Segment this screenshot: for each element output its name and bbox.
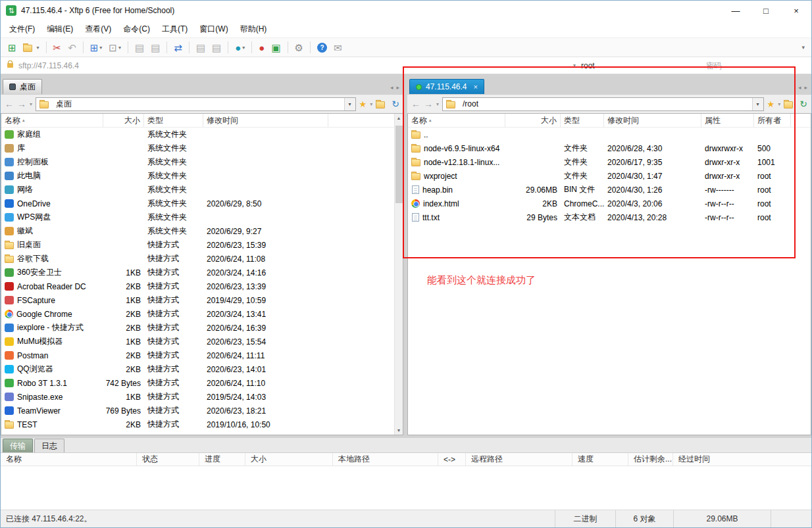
menu-v[interactable]: 查看(V) — [79, 22, 117, 36]
file-row[interactable]: Snipaste.exe1KB快捷方式2019/5/24, 14:03 — [1, 390, 403, 404]
column-header-attr[interactable]: 属性 — [701, 114, 754, 127]
copy-doc-button[interactable]: ▤ — [132, 39, 147, 55]
password-field[interactable] — [706, 61, 805, 70]
remote-path-combo[interactable]: /root ▾ — [442, 97, 764, 111]
tab-scroll-left-icon[interactable]: ◂ — [798, 84, 801, 91]
close-button[interactable]: × — [781, 1, 811, 20]
address-input[interactable] — [18, 61, 568, 70]
transfer-column-5[interactable]: <-> — [438, 453, 466, 466]
home-folder-icon[interactable] — [376, 101, 385, 108]
favorites-caret-icon[interactable]: ▾ — [370, 101, 372, 107]
menu-w[interactable]: 窗口(W) — [193, 22, 234, 36]
feedback-button[interactable]: ✉ — [331, 39, 345, 55]
transfer-column-9[interactable]: 经过时间 — [673, 453, 811, 466]
refresh-icon[interactable]: ↻ — [392, 99, 399, 108]
file-row[interactable]: node-v6.9.5-linux-x64文件夹2020/6/28, 4:30d… — [408, 141, 811, 155]
help-button[interactable]: ? — [315, 39, 330, 55]
toolbar-overflow-icon[interactable]: ▾ — [801, 44, 807, 51]
file-row[interactable]: MuMu模拟器1KB快捷方式2020/6/23, 15:54 — [1, 335, 403, 348]
file-row[interactable]: wxproject文件夹2020/4/30, 1:47drwxr-xr-xroo… — [408, 169, 811, 183]
file-row[interactable]: iexplore - 快捷方式2KB快捷方式2020/6/24, 16:39 — [1, 321, 403, 335]
compare-right-button[interactable]: ▤ — [209, 39, 224, 55]
column-header-type[interactable]: 类型 — [144, 114, 203, 127]
file-row[interactable]: 网络系统文件夹 — [1, 183, 403, 197]
combo-caret-icon[interactable]: ▾ — [752, 98, 763, 110]
transfer-column-7[interactable]: 速度 — [572, 453, 628, 466]
open-session-button[interactable]: ▾ — [20, 39, 42, 55]
transfer-column-8[interactable]: 估计剩余... — [628, 453, 673, 466]
scrollbar-thumb[interactable] — [395, 126, 403, 203]
tab-scroll-left-icon[interactable]: ◂ — [390, 84, 393, 91]
favorites-caret-icon[interactable]: ▾ — [778, 101, 780, 107]
file-row[interactable]: TEST2KB快捷方式2019/10/16, 10:50 — [1, 418, 403, 431]
favorites-icon[interactable]: ★ — [767, 99, 775, 109]
menu-e[interactable]: 编辑(E) — [41, 22, 79, 36]
column-header-owner[interactable]: 所有者 — [754, 114, 791, 127]
maximize-button[interactable]: □ — [751, 1, 781, 20]
address-caret-icon[interactable]: ▾ — [573, 62, 576, 68]
menu-f[interactable]: 文件(F) — [3, 22, 41, 36]
file-row[interactable]: QQ浏览器2KB快捷方式2020/6/23, 14:01 — [1, 362, 403, 376]
file-row[interactable]: Robo 3T 1.3.1742 Bytes快捷方式2020/6/24, 11:… — [1, 376, 403, 390]
tab-scroll-right-icon[interactable]: ▸ — [396, 84, 399, 91]
tab-scroll-right-icon[interactable]: ▸ — [804, 84, 807, 91]
column-header-name[interactable]: 名称▴ — [1, 114, 103, 127]
tab-transfer[interactable]: 传输 — [3, 439, 33, 452]
settings-button[interactable]: ⚙ — [292, 39, 306, 55]
file-row[interactable]: 徽斌系统文件夹2020/6/29, 9:27 — [1, 224, 403, 238]
file-row[interactable]: 控制面板系统文件夹 — [1, 155, 403, 169]
forward-icon[interactable]: → — [424, 99, 433, 108]
remote-tab-session[interactable]: 47.115.46.4 × — [409, 79, 484, 94]
undo-button[interactable]: ↶ — [65, 39, 79, 55]
transfer-column-2[interactable]: 进度 — [199, 453, 245, 466]
minimize-button[interactable]: — — [721, 1, 751, 20]
tab-close-icon[interactable]: × — [474, 83, 478, 91]
file-row[interactable]: OneDrive系统文件夹2020/6/29, 8:50 — [1, 197, 403, 210]
local-path-combo[interactable]: 桌面 ▾ — [36, 97, 356, 111]
file-row[interactable]: TeamViewer769 Bytes快捷方式2020/6/23, 18:21 — [1, 404, 403, 418]
home-folder-icon[interactable] — [784, 101, 793, 108]
file-row[interactable]: .. — [408, 128, 811, 141]
refresh-icon[interactable]: ↻ — [799, 99, 807, 108]
file-row[interactable]: 库系统文件夹 — [1, 141, 403, 155]
file-row[interactable]: 家庭组系统文件夹 — [1, 128, 403, 141]
menu-c[interactable]: 命令(C) — [117, 22, 156, 36]
file-row[interactable]: Acrobat Reader DC2KB快捷方式2020/6/23, 13:39 — [1, 279, 403, 293]
new-transfer-button[interactable]: ⊞▾ — [88, 39, 105, 55]
menu-h[interactable]: 帮助(H) — [234, 22, 273, 36]
combo-caret-icon[interactable]: ▾ — [344, 98, 355, 110]
local-tab-desktop[interactable]: 桌面 — [3, 79, 42, 94]
window-layout-button[interactable]: ⊡▾ — [106, 39, 124, 55]
file-row[interactable]: ttt.txt29 Bytes文本文档2020/4/13, 20:28-rw-r… — [408, 210, 811, 224]
file-row[interactable]: Postman2KB快捷方式2020/6/24, 11:11 — [1, 348, 403, 362]
transfer-column-3[interactable]: 大小 — [245, 453, 333, 466]
tab-log[interactable]: 日志 — [34, 439, 64, 452]
file-row[interactable]: WPS网盘系统文件夹 — [1, 210, 403, 224]
file-row[interactable]: 谷歌下载快捷方式2020/6/24, 11:08 — [1, 252, 403, 266]
back-icon[interactable]: ← — [411, 99, 420, 108]
scroll-down-icon[interactable]: ▼ — [397, 428, 401, 433]
file-row[interactable]: heap.bin29.06MBBIN 文件2020/4/30, 1:26-rw-… — [408, 183, 811, 197]
sync-browsing-button[interactable]: ⇄ — [171, 39, 185, 55]
compare-left-button[interactable]: ▤ — [193, 39, 208, 55]
record-button[interactable]: ● — [256, 39, 267, 55]
file-row[interactable]: node-v12.18.1-linux...文件夹2020/6/17, 9:35… — [408, 155, 811, 169]
column-header-size[interactable]: 大小 — [505, 114, 561, 127]
file-row[interactable]: 此电脑系统文件夹 — [1, 169, 403, 183]
favorites-icon[interactable]: ★ — [359, 99, 367, 109]
paste-doc-button[interactable]: ▤ — [148, 39, 163, 55]
file-row[interactable]: 旧桌面快捷方式2020/6/23, 15:39 — [1, 238, 403, 252]
file-row[interactable]: 360安全卫士1KB快捷方式2020/3/24, 14:16 — [1, 266, 403, 279]
execute-button[interactable]: ▣ — [268, 39, 283, 55]
menu-t[interactable]: 工具(T) — [156, 22, 193, 36]
scroll-up-icon[interactable]: ▲ — [397, 116, 401, 120]
transfer-column-1[interactable]: 状态 — [137, 453, 199, 466]
forward-icon[interactable]: → — [17, 99, 26, 108]
web-browser-button[interactable]: ●▾ — [232, 39, 247, 55]
file-row[interactable]: Google Chrome2KB快捷方式2020/3/24, 13:41 — [1, 307, 403, 321]
history-caret-icon[interactable]: ▾ — [436, 101, 439, 107]
column-header-modified[interactable]: 修改时间 — [604, 114, 701, 127]
transfer-column-0[interactable]: 名称 — [1, 453, 137, 466]
transfer-column-6[interactable]: 远程路径 — [466, 453, 572, 466]
column-header-type[interactable]: 类型 — [561, 114, 604, 127]
